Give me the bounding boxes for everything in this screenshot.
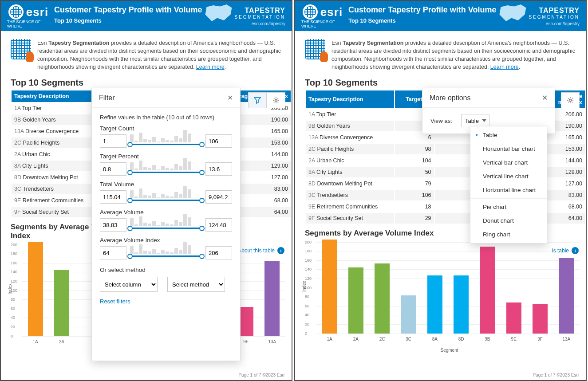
chart-bar[interactable]: 9B bbox=[479, 247, 496, 334]
chart-bar[interactable]: 2A bbox=[53, 270, 70, 336]
page-subtitle: Top 10 Segments bbox=[348, 17, 504, 24]
section-title: Top 10 Segments bbox=[295, 74, 586, 90]
header: esri THE SCIENCE OF WHERE Customer Tapes… bbox=[1, 1, 292, 31]
range-min-input[interactable] bbox=[100, 218, 126, 232]
settings-button[interactable] bbox=[561, 92, 580, 108]
range-max-input[interactable] bbox=[205, 190, 232, 204]
range-max-input[interactable] bbox=[205, 162, 232, 176]
range-slider[interactable] bbox=[100, 161, 232, 177]
about-table-link[interactable]: is tablei bbox=[552, 247, 579, 254]
select-column[interactable]: Select column bbox=[100, 277, 158, 292]
view-option[interactable]: Horizontal line chart bbox=[470, 183, 547, 197]
view-as-select[interactable]: Table bbox=[461, 114, 489, 127]
svg-point-0 bbox=[275, 99, 277, 102]
filter-panel: Filter ✕ Refine values in the table (10 … bbox=[91, 88, 241, 361]
chart-bar[interactable]: 9E bbox=[505, 302, 522, 334]
chart-bar[interactable]: 3C bbox=[400, 295, 417, 333]
view-option[interactable]: Vertical line chart bbox=[470, 169, 547, 183]
avi-chart-right: Index 020406080100120140160180200 1A 2A … bbox=[316, 240, 580, 346]
view-option[interactable]: Horizontal bar chart bbox=[470, 142, 547, 156]
view-as-dropdown: TableHorizontal bar chartVertical bar ch… bbox=[470, 126, 547, 244]
gear-icon bbox=[567, 97, 574, 104]
more-options-title: More options bbox=[430, 94, 471, 102]
esri-logo: esri THE SCIENCE OF WHERE bbox=[301, 4, 344, 28]
settings-button[interactable] bbox=[267, 92, 285, 108]
footer-text: Page 1 of 7 ©2023 Esri bbox=[238, 373, 284, 377]
footer-text: Page 1 of 7 ©2023 Esri bbox=[533, 373, 579, 377]
range-min-input[interactable] bbox=[100, 134, 126, 148]
view-as-label: View as: bbox=[430, 118, 452, 124]
range-min-input[interactable] bbox=[100, 246, 126, 259]
tapestry-logo: TAPESTRYSEGMENTATION esri.com/tapestry bbox=[214, 4, 285, 26]
col-desc[interactable]: Tapestry Description bbox=[306, 90, 394, 108]
filter-refine-text: Refine values in the table (10 out of 10… bbox=[100, 114, 232, 121]
page-title: Customer Tapestry Profile with Volume bbox=[348, 5, 504, 15]
report-pane-right: esri THE SCIENCE OF WHERE Customer Tapes… bbox=[294, 0, 587, 381]
view-option[interactable]: Ring chart bbox=[470, 228, 547, 241]
header: esri THE SCIENCE OF WHERE Customer Tapes… bbox=[295, 1, 586, 31]
range-slider[interactable] bbox=[100, 245, 232, 260]
view-option[interactable]: Table bbox=[470, 128, 547, 142]
report-pane-left: esri THE SCIENCE OF WHERE Customer Tapes… bbox=[0, 0, 292, 381]
chart-bar[interactable]: 8A bbox=[426, 275, 443, 334]
chart-bar[interactable]: 13A bbox=[558, 258, 575, 334]
filter-title: Filter bbox=[99, 94, 115, 102]
chart-bar[interactable]: 2C bbox=[374, 263, 391, 333]
learn-more-link[interactable]: Learn more bbox=[490, 64, 519, 70]
view-option[interactable]: Donut chart bbox=[470, 214, 547, 228]
tapestry-person-icon bbox=[11, 39, 31, 59]
close-icon[interactable]: ✕ bbox=[227, 94, 233, 102]
range-slider[interactable] bbox=[100, 189, 232, 204]
range-slider[interactable] bbox=[100, 217, 232, 232]
chart-bar[interactable]: 1A bbox=[27, 242, 44, 336]
tapestry-person-icon bbox=[305, 39, 325, 59]
range-min-input[interactable] bbox=[100, 162, 126, 176]
funnel-icon bbox=[254, 97, 261, 104]
intro-block: Esri Tapestry Segmentation provides a de… bbox=[295, 31, 586, 74]
intro-block: Esri Tapestry Segmentation provides a de… bbox=[1, 31, 292, 74]
gear-icon bbox=[272, 97, 280, 104]
info-icon: i bbox=[277, 247, 284, 254]
reset-filters-link[interactable]: Reset filters bbox=[100, 298, 130, 305]
range-slider[interactable] bbox=[100, 134, 232, 149]
learn-more-link[interactable]: Learn more bbox=[196, 64, 225, 70]
filter-button[interactable] bbox=[248, 92, 267, 108]
range-max-input[interactable] bbox=[205, 218, 232, 232]
svg-point-1 bbox=[569, 99, 572, 102]
section-title: Top 10 Segments bbox=[1, 74, 292, 90]
chart-bar[interactable]: 8D bbox=[452, 275, 470, 334]
page-title: Customer Tapestry Profile with Volume bbox=[54, 5, 210, 15]
range-max-input[interactable] bbox=[205, 246, 232, 259]
close-icon[interactable]: ✕ bbox=[542, 94, 548, 102]
range-min-input[interactable] bbox=[100, 190, 126, 204]
view-option[interactable]: Vertical bar chart bbox=[470, 156, 547, 169]
us-map-icon bbox=[205, 4, 232, 21]
info-icon: i bbox=[572, 247, 579, 254]
page-subtitle: Top 10 Segments bbox=[54, 17, 210, 24]
tapestry-logo: TAPESTRYSEGMENTATION esri.com/tapestry bbox=[509, 4, 580, 26]
about-table-link[interactable]: About this tablei bbox=[238, 247, 284, 254]
globe-icon bbox=[303, 4, 318, 20]
esri-logo: esri THE SCIENCE OF WHERE bbox=[7, 4, 50, 28]
us-map-icon bbox=[499, 4, 526, 21]
select-method[interactable]: Select method bbox=[167, 277, 225, 292]
range-max-input[interactable] bbox=[205, 134, 232, 148]
chart-bar[interactable]: 13A bbox=[264, 261, 281, 336]
chart-bar[interactable]: 2A bbox=[347, 267, 364, 333]
view-option[interactable]: Pie chart bbox=[470, 200, 547, 214]
chart-bar[interactable]: 9F bbox=[531, 304, 549, 334]
chart-bar[interactable]: 1A bbox=[321, 240, 338, 334]
globe-icon bbox=[8, 4, 24, 20]
